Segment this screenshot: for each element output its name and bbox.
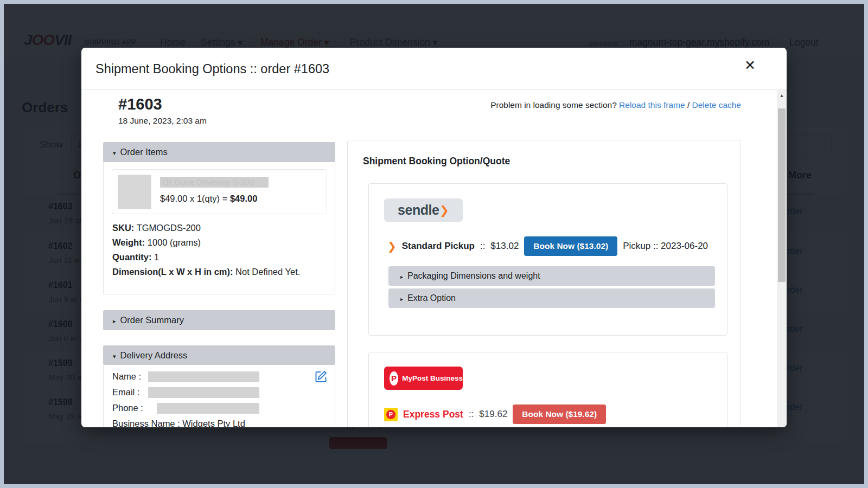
service-separator: ::: [469, 409, 474, 420]
sendle-quote-row: ❯ Standard Pickup :: $13.02 Book Now ($1…: [387, 236, 708, 256]
shipment-booking-modal: Shipment Booking Options :: order #1603 …: [81, 48, 787, 427]
quote-heading: Shipment Booking Option/Quote: [363, 156, 510, 167]
product-price-line: $49.00 x 1(qty) = $49.00: [160, 194, 257, 204]
caret-right-icon: ▸: [113, 318, 116, 324]
order-date-heading: 18 June, 2023, 2:03 am: [118, 116, 207, 126]
extra-option-label: Extra Option: [407, 293, 456, 303]
email-label: Email :: [112, 387, 139, 397]
auspost-p-icon: P: [390, 371, 398, 386]
sendle-logo: sendle❯: [384, 198, 463, 222]
service-price: $13.02: [490, 241, 519, 252]
packaging-dimensions-accordion[interactable]: ▸Packaging Dimensions and weight: [388, 266, 715, 286]
order-number-heading: #1603: [118, 95, 162, 113]
pickup-date-info: Pickup :: 2023-06-20: [623, 241, 708, 252]
caret-down-icon: ▾: [113, 150, 116, 156]
business-name-line: Business Name : Widgets Pty Ltd: [112, 419, 245, 427]
sendle-wordmark: sendle: [398, 202, 439, 218]
order-items-body: Oil Gone Driveway S-200 $49.00 x 1(qty) …: [103, 162, 335, 294]
service-name: Standard Pickup: [402, 241, 475, 252]
problem-text: Problem in loading some section?: [490, 100, 617, 110]
order-items-panel: ▾Order Items Oil Gone Driveway S-200 $49…: [103, 142, 335, 294]
delivery-address-label: Delivery Address: [120, 350, 188, 360]
product-card: Oil Gone Driveway S-200 $49.00 x 1(qty) …: [112, 169, 327, 214]
order-summary-label: Order Summary: [120, 315, 184, 325]
sendle-carrier-card: sendle❯ ❯ Standard Pickup :: $13.02 Book…: [368, 183, 727, 336]
name-label: Name :: [112, 371, 141, 382]
email-value-redacted: [148, 387, 259, 398]
caret-right-icon: ▸: [400, 274, 403, 280]
mypost-carrier-card: P MyPost Business P Express Post :: $19.…: [368, 352, 727, 427]
name-value-redacted: [148, 371, 259, 382]
product-name-redacted: Oil Gone Driveway S-200: [160, 177, 269, 188]
scrollbar-thumb[interactable]: [778, 108, 786, 282]
dimension-line: Dimension(L x W x H in cm): Not Defined …: [112, 265, 300, 279]
auspost-icon: P: [384, 408, 398, 421]
sendle-chevron-icon: ❯: [439, 204, 449, 217]
service-name: Express Post: [403, 409, 463, 420]
book-now-mypost-button[interactable]: Book Now ($19.62): [513, 404, 606, 424]
order-items-header[interactable]: ▾Order Items: [103, 142, 335, 162]
mypost-quote-row: P Express Post :: $19.62 Book Now ($19.6…: [384, 404, 606, 425]
delivery-address-header[interactable]: ▾Delivery Address: [103, 345, 335, 365]
modal-title: Shipment Booking Options :: order #1603: [95, 62, 329, 76]
booking-quote-card: Shipment Booking Option/Quote sendle❯ ❯ …: [347, 140, 741, 427]
order-items-label: Order Items: [120, 147, 168, 157]
product-info-list: SKU: TGMOGDS-200 Weight: 1000 (grams) Qu…: [112, 221, 300, 279]
reload-frame-link[interactable]: Reload this frame: [619, 100, 685, 110]
close-icon[interactable]: ✕: [744, 57, 756, 73]
packaging-dimensions-label: Packaging Dimensions and weight: [407, 271, 540, 280]
caret-right-icon: ▸: [400, 296, 403, 302]
service-separator: ::: [480, 241, 485, 252]
book-now-sendle-button[interactable]: Book Now ($13.02): [524, 236, 617, 256]
mypost-wordmark: MyPost Business: [402, 374, 463, 382]
app-window: JOOVII SHIPPING APP Home Settings ▾ Mana…: [0, 0, 868, 488]
link-separator: /: [687, 100, 690, 110]
auspost-p-glyph: P: [386, 410, 395, 419]
product-image: [118, 175, 151, 209]
scrollbar-up-icon[interactable]: ▲: [777, 90, 787, 101]
phone-label: Phone :: [112, 403, 143, 413]
delete-cache-link[interactable]: Delete cache: [692, 100, 741, 110]
phone-value-redacted: [157, 403, 259, 414]
sku-line: SKU: TGMOGDS-200: [112, 221, 300, 235]
frame-problem-line: Problem in loading some section? Reload …: [434, 100, 741, 110]
price-total: $49.00: [230, 194, 257, 203]
caret-down-icon: ▾: [113, 353, 116, 359]
service-price: $19.62: [479, 409, 507, 420]
extra-option-accordion[interactable]: ▸Extra Option: [388, 288, 715, 308]
orange-chevron-icon: ❯: [387, 240, 397, 253]
mypost-business-logo: P MyPost Business: [384, 367, 463, 390]
modal-header-divider: [81, 89, 787, 90]
quantity-line: Quantity: 1: [112, 250, 300, 265]
delivery-address-body: Name : Email : Phone : Business Name : W…: [103, 365, 335, 427]
weight-line: Weight: 1000 (grams): [112, 235, 300, 250]
order-summary-header[interactable]: ▸Order Summary: [103, 310, 335, 330]
delivery-address-panel: ▾Delivery Address Name : Email : Phone :…: [103, 345, 335, 427]
modal-scrollbar[interactable]: ▲: [777, 90, 787, 427]
edit-address-icon[interactable]: [314, 369, 328, 386]
